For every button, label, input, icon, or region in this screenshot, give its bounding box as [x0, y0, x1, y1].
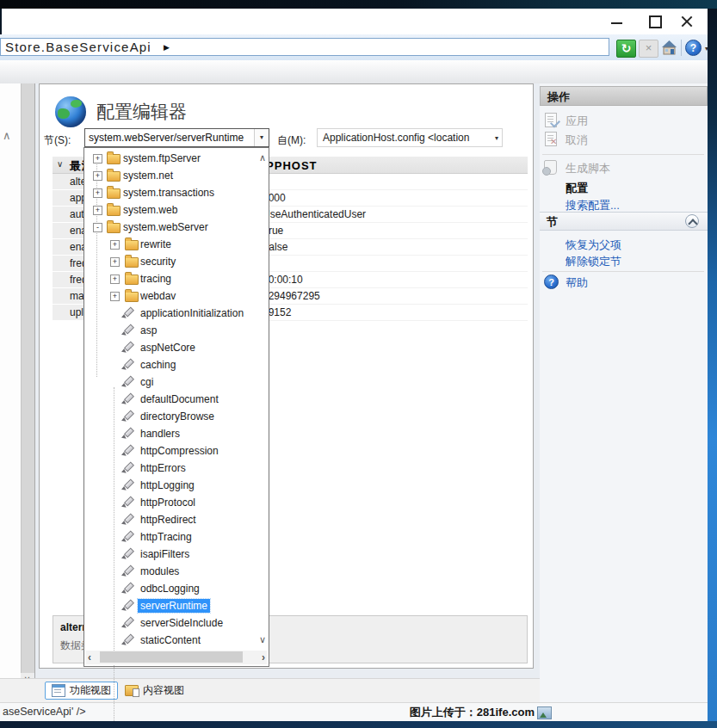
- tree-item-label[interactable]: system.ftpServer: [121, 151, 203, 165]
- collapse-section-icon[interactable]: [685, 214, 699, 228]
- tree-item-label[interactable]: handlers: [138, 427, 182, 441]
- breadcrumb-arrow-icon[interactable]: ▶: [164, 43, 170, 52]
- unlock-section-label[interactable]: 解除锁定节: [566, 254, 621, 269]
- tree-expander-icon[interactable]: +: [110, 275, 120, 284]
- tree-item[interactable]: + rewrite: [84, 236, 257, 253]
- tree-item-label[interactable]: rewrite: [138, 238, 174, 251]
- from-combobox[interactable]: ApplicationHost.config <location ▾: [317, 128, 503, 147]
- tree-item-label[interactable]: system.transactions: [121, 186, 217, 200]
- tree-expander-icon[interactable]: +: [93, 171, 102, 181]
- help-link[interactable]: ? 帮助: [540, 274, 708, 292]
- tree-scroll-up-icon[interactable]: ∧: [259, 152, 266, 163]
- tree-item[interactable]: aspNetCore: [84, 339, 257, 356]
- tree-expander-icon[interactable]: +: [110, 292, 120, 301]
- tree-item-label[interactable]: modules: [138, 565, 182, 578]
- tree-scrollbar-thumb[interactable]: [100, 651, 243, 663]
- help-icon[interactable]: ?: [685, 40, 702, 56]
- close-button[interactable]: [674, 9, 700, 34]
- property-value[interactable]: 00:00:10: [259, 272, 528, 288]
- tree-item-label[interactable]: serverSideInclude: [138, 616, 226, 630]
- tree-item[interactable]: directoryBrowse: [84, 408, 257, 425]
- from-combobox-arrow-icon[interactable]: ▾: [495, 134, 498, 142]
- tree-item[interactable]: cgi: [84, 373, 257, 391]
- tree-item-label[interactable]: tracing: [138, 272, 174, 286]
- tree-item-label[interactable]: serverRuntime: [138, 599, 210, 613]
- tree-item-label[interactable]: httpTracing: [138, 530, 195, 544]
- tree-item[interactable]: isapiFilters: [84, 546, 257, 563]
- tree-item[interactable]: - system.webServer: [84, 219, 257, 236]
- tree-item-label[interactable]: applicationInitialization: [138, 306, 246, 320]
- property-value[interactable]: [259, 174, 528, 190]
- tree-item-label[interactable]: system.webServer: [121, 220, 211, 234]
- home-icon[interactable]: [660, 40, 678, 56]
- tree-item-label[interactable]: system.web: [121, 203, 180, 217]
- tree-scroll-down-icon[interactable]: ∨: [259, 634, 266, 645]
- minimize-button[interactable]: [604, 9, 630, 34]
- breadcrumb-bar[interactable]: Store.BaseServiceApi ▶: [0, 38, 609, 56]
- property-value[interactable]: True: [259, 223, 528, 239]
- property-value[interactable]: 49152: [259, 305, 528, 321]
- tree-item-label[interactable]: asp: [138, 324, 159, 337]
- tree-item[interactable]: handlers: [84, 425, 257, 442]
- tree-item[interactable]: odbcLogging: [84, 580, 257, 597]
- tree-item[interactable]: + webdav: [84, 287, 257, 305]
- tree-expander-icon[interactable]: +: [93, 206, 102, 215]
- tree-item-label[interactable]: httpLogging: [138, 478, 197, 492]
- tree-item[interactable]: asp: [84, 322, 257, 339]
- tree-item-label[interactable]: webdav: [138, 289, 178, 303]
- tree-item[interactable]: httpCompression: [84, 442, 257, 460]
- tree-item-label[interactable]: httpCompression: [138, 444, 221, 458]
- tree-item[interactable]: defaultDocument: [84, 391, 257, 408]
- tree-item-label[interactable]: security: [138, 255, 178, 268]
- maximize-button[interactable]: [641, 9, 667, 34]
- property-value[interactable]: 4294967295: [259, 288, 528, 305]
- tree-item[interactable]: serverSideInclude: [84, 614, 257, 632]
- tree-item[interactable]: + system.ftpServer: [84, 150, 257, 167]
- property-value[interactable]: UseAuthenticatedUser: [259, 207, 528, 223]
- tree-item[interactable]: + security: [84, 253, 257, 270]
- tree-expander-icon[interactable]: +: [93, 154, 102, 163]
- tree-item-label[interactable]: aspNetCore: [138, 341, 198, 355]
- tree-expander-icon[interactable]: +: [93, 188, 102, 198]
- tree-item-label[interactable]: odbcLogging: [138, 582, 202, 595]
- help-label[interactable]: 帮助: [566, 275, 588, 291]
- tree-expander-icon[interactable]: +: [110, 240, 120, 250]
- tree-item-label[interactable]: defaultDocument: [138, 392, 221, 406]
- tab-content-view[interactable]: 内容视图: [119, 682, 190, 700]
- tree-expander-icon[interactable]: -: [93, 223, 102, 232]
- tree-item[interactable]: + system.transactions: [84, 184, 257, 201]
- tree-item-label[interactable]: staticContent: [138, 633, 203, 647]
- tree-item-label[interactable]: cgi: [138, 375, 156, 389]
- tree-item-label[interactable]: httpErrors: [138, 461, 189, 475]
- property-value[interactable]: 5000: [259, 190, 528, 207]
- tree-item-label[interactable]: isapiFilters: [138, 547, 192, 561]
- tree-item[interactable]: applicationInitialization: [84, 305, 257, 322]
- tree-item[interactable]: + system.web: [84, 201, 257, 219]
- tree-expander-icon[interactable]: +: [110, 257, 120, 267]
- tree-item[interactable]: httpProtocol: [84, 494, 257, 511]
- tree-item[interactable]: caching: [84, 356, 257, 373]
- tree-item[interactable]: serverRuntime: [84, 597, 257, 614]
- revert-to-parent-label[interactable]: 恢复为父项: [566, 238, 621, 253]
- tab-features-view[interactable]: 功能视图: [45, 682, 118, 700]
- tree-item[interactable]: modules: [84, 563, 257, 580]
- breadcrumb[interactable]: Store.BaseServiceApi: [5, 40, 151, 54]
- tree-item[interactable]: + tracing: [84, 270, 257, 287]
- property-value[interactable]: 2: [259, 256, 528, 272]
- tree-item-label[interactable]: caching: [138, 358, 178, 372]
- tree-item[interactable]: httpErrors: [84, 460, 257, 477]
- revert-to-parent-link[interactable]: 恢复为父项: [540, 236, 708, 254]
- tree-scroll-left-icon[interactable]: ‹: [88, 651, 91, 663]
- unlock-section-link[interactable]: 解除锁定节: [540, 252, 708, 270]
- property-value[interactable]: False: [259, 239, 528, 256]
- tree-item[interactable]: httpLogging: [84, 477, 257, 494]
- tree-item-label[interactable]: httpRedirect: [138, 513, 199, 527]
- collapse-icon[interactable]: ∨: [57, 159, 63, 169]
- refresh-icon[interactable]: ↻: [616, 40, 636, 58]
- tree-item[interactable]: staticContent: [84, 632, 257, 649]
- section-combobox[interactable]: system.webServer/serverRuntime ▾: [84, 128, 269, 147]
- tree-horizontal-scrollbar[interactable]: ‹ ›: [86, 651, 267, 664]
- tree-item[interactable]: + system.net: [84, 167, 257, 184]
- tree-item[interactable]: httpTracing: [84, 528, 257, 546]
- connections-scroll-up-icon[interactable]: ∧: [3, 129, 11, 142]
